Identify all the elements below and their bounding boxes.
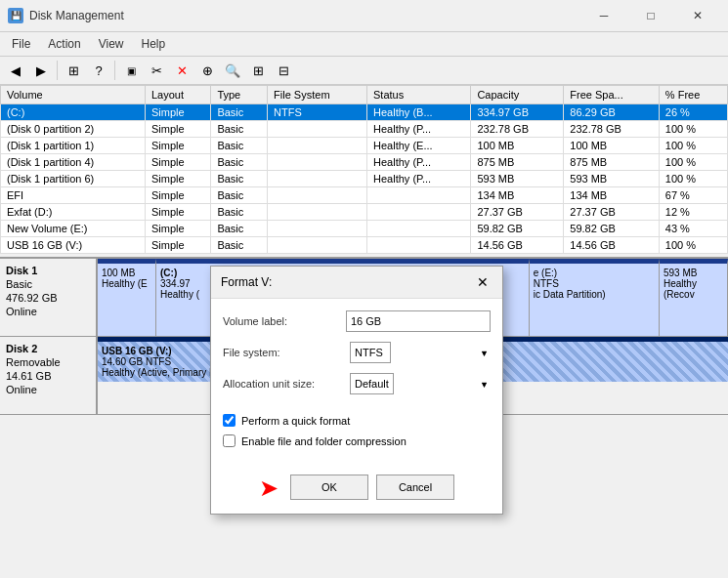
main-content: Volume Layout Type File System Status Ca… — [0, 85, 728, 578]
quick-format-row: Perform a quick format — [223, 414, 491, 427]
disk1-name: Disk 1 — [6, 265, 90, 276]
disk1-part1[interactable]: 100 MB Healthy (E — [98, 259, 156, 336]
disk1-part-recovery[interactable]: 593 MB Healthy (Recov — [660, 259, 728, 336]
filesystem-row: File system: NTFS FAT32 exFAT ▾ — [223, 342, 491, 363]
col-status[interactable]: Status — [367, 86, 471, 104]
disk-table: Volume Layout Type File System Status Ca… — [0, 85, 728, 254]
allocation-row: Allocation unit size: Default 512 1024 4… — [223, 373, 491, 394]
table-row[interactable]: (C:)SimpleBasicNTFSHealthy (B...334.97 G… — [1, 104, 728, 121]
table-row[interactable]: (Disk 0 partition 2)SimpleBasicHealthy (… — [1, 121, 728, 138]
quick-format-checkbox[interactable] — [223, 414, 236, 427]
app-title: Disk Management — [29, 9, 124, 22]
allocation-label-text: Allocation unit size: — [223, 378, 350, 390]
compression-label: Enable file and folder compression — [241, 435, 407, 447]
table-row[interactable]: Exfat (D:)SimpleBasic27.37 GB27.37 GB12 … — [1, 204, 728, 221]
format-dialog: Format V: ✕ Volume label: File system: N… — [210, 266, 503, 515]
arrow-icon: ➤ — [259, 475, 278, 502]
window-controls: ─ □ ✕ — [581, 6, 720, 25]
allocation-select-wrapper: Default 512 1024 4096 ▾ — [350, 373, 491, 394]
disk2-label: Disk 2 Removable 14.61 GB Online — [0, 337, 98, 414]
filesystem-select[interactable]: NTFS FAT32 exFAT — [350, 342, 391, 363]
disk2-name: Disk 2 — [6, 343, 90, 354]
col-type[interactable]: Type — [211, 86, 268, 104]
app-icon: 💾 — [8, 8, 23, 23]
expand-button[interactable]: ⊞ — [246, 60, 270, 81]
filesystem-label-text: File system: — [223, 347, 350, 358]
disk-table-container: Volume Layout Type File System Status Ca… — [0, 85, 728, 259]
menu-file[interactable]: File — [4, 34, 38, 54]
toolbar-separator-1 — [57, 61, 58, 80]
disk1-label: Disk 1 Basic 476.92 GB Online — [0, 259, 98, 336]
disk2-type: Removable — [6, 356, 90, 368]
table-row[interactable]: New Volume (E:)SimpleBasic59.82 GB59.82 … — [1, 221, 728, 237]
ok-button[interactable]: OK — [290, 475, 368, 500]
modal-close-button[interactable]: ✕ — [473, 272, 492, 292]
minimize-button[interactable]: ─ — [581, 6, 626, 25]
delete-button[interactable]: ✕ — [170, 60, 193, 81]
modal-titlebar: Format V: ✕ — [211, 267, 502, 299]
col-volume[interactable]: Volume — [1, 86, 146, 104]
modal-body: Volume label: File system: NTFS FAT32 ex… — [211, 299, 502, 467]
properties-button[interactable]: ⊞ — [62, 60, 85, 81]
part1-size: 100 MB — [102, 268, 151, 278]
shrink-button[interactable]: ▣ — [119, 60, 143, 81]
cut-button[interactable]: ✂ — [145, 60, 168, 81]
quick-format-label: Perform a quick format — [241, 415, 350, 427]
cancel-button[interactable]: Cancel — [376, 475, 454, 500]
menu-view[interactable]: View — [91, 34, 132, 54]
col-freespace[interactable]: Free Spa... — [564, 86, 660, 104]
part-recovery-status: Healthy (Recov — [664, 278, 723, 300]
table-row[interactable]: USB 16 GB (V:)SimpleBasic14.56 GB14.56 G… — [1, 237, 728, 254]
part-e-label: e (E:) — [534, 268, 655, 278]
part1-status: Healthy (E — [102, 278, 151, 289]
disk1-status: Online — [6, 306, 90, 317]
forward-button[interactable]: ▶ — [29, 60, 53, 81]
part-e-sub: ic Data Partition) — [534, 289, 655, 300]
maximize-button[interactable]: □ — [628, 6, 673, 25]
part-e-fs: NTFS — [534, 278, 655, 289]
allocation-select[interactable]: Default 512 1024 4096 — [350, 373, 394, 394]
volume-label-input[interactable] — [346, 310, 491, 332]
col-capacity[interactable]: Capacity — [471, 86, 564, 104]
disk1-part-e[interactable]: e (E:) NTFS ic Data Partition) — [530, 259, 660, 336]
disk1-size: 476.92 GB — [6, 292, 90, 304]
toolbar-separator-2 — [114, 61, 115, 80]
table-row[interactable]: (Disk 1 partition 1)SimpleBasicHealthy (… — [1, 138, 728, 154]
col-layout[interactable]: Layout — [145, 86, 210, 104]
title-bar: 💾 Disk Management ─ □ ✕ — [0, 0, 728, 32]
disk2-status: Online — [6, 384, 90, 395]
disk1-type: Basic — [6, 278, 90, 290]
help-button[interactable]: ? — [87, 60, 110, 81]
col-freepct[interactable]: % Free — [659, 86, 727, 104]
menu-bar: File Action View Help — [0, 32, 728, 57]
filesystem-select-wrapper: NTFS FAT32 exFAT ▾ — [350, 342, 491, 363]
toolbar: ◀ ▶ ⊞ ? ▣ ✂ ✕ ⊕ 🔍 ⊞ ⊟ — [0, 57, 728, 85]
table-row[interactable]: EFISimpleBasic134 MB134 MB67 % — [1, 187, 728, 204]
search-button[interactable]: 🔍 — [221, 60, 244, 81]
modal-title: Format V: — [221, 275, 272, 289]
arrow-container: ➤ — [259, 475, 282, 502]
disk2-size: 14.61 GB — [6, 370, 90, 382]
compression-row: Enable file and folder compression — [223, 434, 491, 447]
modal-footer: ➤ OK Cancel — [211, 467, 502, 514]
back-button[interactable]: ◀ — [4, 60, 27, 81]
menu-help[interactable]: Help — [134, 34, 174, 54]
close-button[interactable]: ✕ — [675, 6, 720, 25]
menu-action[interactable]: Action — [40, 34, 88, 54]
new-button[interactable]: ⊕ — [195, 60, 219, 81]
table-row[interactable]: (Disk 1 partition 4)SimpleBasicHealthy (… — [1, 154, 728, 171]
volume-label-row: Volume label: — [223, 310, 491, 332]
collapse-button[interactable]: ⊟ — [272, 60, 295, 81]
table-row[interactable]: (Disk 1 partition 6)SimpleBasicHealthy (… — [1, 171, 728, 187]
compression-checkbox[interactable] — [223, 434, 236, 447]
volume-label-text: Volume label: — [223, 315, 346, 327]
part-recovery-size: 593 MB — [664, 268, 723, 278]
col-filesystem[interactable]: File System — [268, 86, 367, 104]
